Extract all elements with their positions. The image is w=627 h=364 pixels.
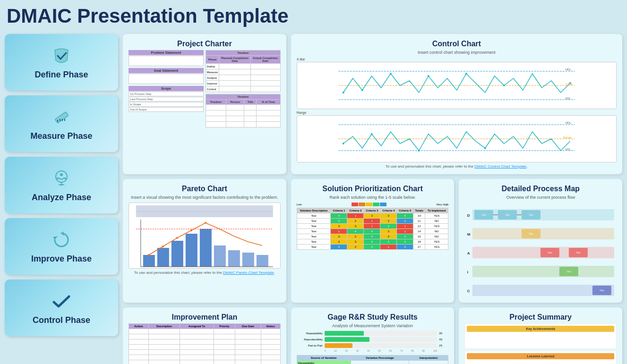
improvement-plan-title: Improvement Plan [129, 313, 281, 322]
range-chart: UCL LCL Range [297, 115, 617, 162]
svg-point-7 [57, 178, 59, 179]
svg-text:A: A [467, 251, 470, 255]
svg-text:Test: Test [548, 251, 553, 254]
lessons-learned-header: Lessons Learned [467, 353, 614, 359]
improvement-plan-card: Improvement Plan Action Description Assi… [123, 307, 286, 364]
analyze-phase-button[interactable]: Analyze Phase [5, 157, 118, 213]
analyze-phase-label: Analyze Phase [32, 193, 91, 203]
svg-text:UCL: UCL [565, 121, 571, 124]
key-achievements-header: Key Achievements [467, 326, 614, 332]
svg-text:Test: Test [600, 289, 605, 292]
svg-text:Test: Test [567, 270, 572, 273]
control-phase-button[interactable]: Control Phase [5, 279, 118, 336]
svg-point-49 [205, 222, 206, 224]
table-row: Test 5 2 4 1 5 17 YES [297, 245, 448, 250]
reproducibility-value: 40 [439, 338, 448, 341]
table-row: Test 4 2 1 2 5 11 NO [297, 219, 448, 224]
svg-rect-38 [172, 241, 183, 267]
svg-rect-61 [472, 266, 614, 277]
define-phase-button[interactable]: Define Phase [5, 34, 118, 91]
xbar-chart: UCL LCL X-Bar [297, 62, 617, 109]
measure-phase-label: Measure Phase [30, 131, 92, 141]
process-map-card: Detailed Process Map Overview of the cur… [459, 179, 622, 303]
phase-sidebar: Define Phase Measure Phase [5, 34, 118, 364]
solution-table: Solution Description Criteria 1 Criteria… [297, 208, 449, 250]
svg-rect-42 [228, 250, 240, 267]
svg-point-48 [190, 229, 192, 231]
svg-point-30 [484, 147, 486, 149]
improve-phase-label: Improve Phase [31, 254, 92, 264]
imp-col-assigned: Assigned To [180, 324, 214, 329]
reproducibility-label: Reproducibility [297, 338, 323, 341]
svg-rect-37 [157, 248, 169, 267]
problem-statement-content [129, 56, 204, 66]
svg-point-28 [370, 133, 372, 135]
project-summary-title: Project Summary [464, 313, 617, 322]
svg-rect-34 [136, 205, 273, 217]
svg-point-18 [465, 73, 467, 75]
svg-point-46 [162, 245, 164, 247]
lessons-learned-section: Lessons Learned [464, 351, 617, 364]
imp-col-priority: Priority [214, 324, 235, 329]
measure-phase-button[interactable]: Measure Phase [5, 95, 118, 152]
control-chart-title: Control Chart [297, 40, 617, 48]
svg-text:Range: Range [563, 136, 571, 139]
svg-text:M: M [467, 232, 471, 237]
imp-col-action: Action [129, 324, 149, 329]
table-row [129, 350, 281, 355]
key-achievements-section: Key Achievements [464, 323, 617, 349]
svg-point-14 [342, 92, 344, 93]
measure-icon [51, 107, 72, 127]
project-summary-card: Project Summary Key Achievements Lessons… [459, 307, 622, 364]
svg-rect-44 [257, 255, 268, 267]
control-chart-link-text: To use and personalize this chart, pleas… [297, 164, 617, 169]
imp-col-desc: Description [148, 324, 180, 329]
part-to-part-label: Part-to-Part [297, 344, 323, 347]
improve-phase-button[interactable]: Improve Phase [5, 218, 118, 275]
define-phase-label: Define Phase [34, 70, 88, 80]
svg-text:LCL: LCL [565, 97, 571, 100]
pareto-chart-card: Pareto Chart Insert a visual showing the… [123, 179, 286, 303]
imp-col-status: Status [261, 324, 280, 329]
table-row [129, 329, 281, 334]
table-row [129, 345, 281, 350]
svg-point-47 [176, 237, 178, 239]
scale-low: Low [297, 203, 302, 206]
goal-statement-content [129, 74, 204, 84]
table-row [129, 360, 281, 364]
svg-text:X-Bar: X-Bar [565, 83, 572, 85]
svg-point-27 [342, 143, 344, 144]
gage-rr-card: Gage R&R Study Results Analysis of Measu… [291, 307, 455, 364]
svg-point-17 [427, 75, 429, 77]
control-phase-label: Control Phase [33, 315, 90, 325]
svg-point-6 [60, 173, 63, 176]
svg-text:Test: Test [576, 251, 581, 254]
goal-statement-header: Goal Statement [129, 68, 204, 73]
svg-point-5 [56, 171, 67, 182]
svg-text:UCL: UCL [565, 68, 571, 71]
svg-text:Test: Test [506, 213, 510, 216]
table-row [129, 339, 281, 345]
table-row [129, 334, 281, 339]
process-map-title: Detailed Process Map [464, 185, 617, 193]
problem-statement-header: Problem Statement [129, 50, 204, 55]
pareto-link-text: To use and personalize this chart, pleas… [129, 271, 281, 275]
improve-icon [51, 229, 72, 250]
analyze-icon [51, 168, 72, 189]
gage-rr-content: Repeatability 35 Reproducibility 40 Part… [297, 331, 449, 364]
project-charter-title: Project Charter [129, 40, 281, 48]
svg-text:C: C [467, 289, 470, 293]
pareto-link[interactable]: DMAIC Pareto Chart Template [223, 271, 274, 275]
project-charter-card: Project Charter Problem Statement Goal S… [123, 34, 286, 174]
solution-chart-title: Solution Prioritization Chart [297, 185, 449, 193]
control-chart-link[interactable]: DMAIC Control Chart Template [474, 164, 526, 169]
svg-rect-39 [186, 234, 198, 267]
svg-point-45 [148, 254, 150, 256]
svg-point-29 [418, 150, 420, 152]
scale-high: Very High [436, 203, 448, 206]
svg-text:I: I [467, 270, 468, 274]
repeatability-value: 35 [439, 332, 448, 335]
scope-header: Scope [129, 86, 204, 91]
pareto-subtitle: Insert a visual showing the most signifi… [129, 195, 281, 200]
svg-text:Test: Test [529, 213, 534, 216]
